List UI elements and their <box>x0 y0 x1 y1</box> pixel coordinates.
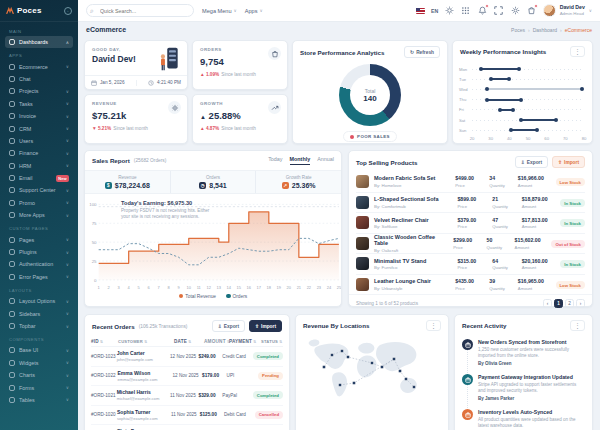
sidebar-item[interactable]: Base UI Base UI ∨ <box>5 344 73 356</box>
language-flag-icon[interactable] <box>416 8 425 14</box>
price-label: Price <box>455 183 484 188</box>
chevron-icon: ∨ <box>66 163 69 168</box>
notifications-bell-icon[interactable] <box>477 5 488 16</box>
sidebar-item[interactable]: Charts Charts ∨ <box>5 369 73 381</box>
sidebar-item[interactable]: Finance Finance ∨ <box>5 147 73 159</box>
sidebar-item[interactable]: Topbar Topbar ∨ <box>5 320 73 332</box>
export-button[interactable]: ⇩Export <box>212 320 245 332</box>
svg-text:8: 8 <box>168 285 171 290</box>
revenue-value: $75.21k <box>92 110 180 121</box>
product-row[interactable]: Minimalist TV StandBy: Furnifco $315.00P… <box>356 253 585 274</box>
stock-status-badge: Low Stock <box>556 178 586 186</box>
sidebar-item[interactable]: Sidebars Sidebars ∨ <box>5 307 73 319</box>
apps-menu[interactable]: Apps∨ <box>245 8 263 14</box>
store-performance-card: Store Performance Analytics ↻Refresh Tot… <box>292 40 448 144</box>
table-row[interactable]: #ORD-1021 Michael Harrismichael@example.… <box>91 386 283 406</box>
sidebar-item[interactable]: HRM HRM ∨ <box>5 160 73 172</box>
amount-label: Amount <box>522 265 556 270</box>
sidebar-item[interactable]: Layout Options Layout Options ∨ <box>5 295 73 307</box>
welcome-time: 4:21:40 PM <box>136 80 188 86</box>
page-button[interactable]: 1 <box>554 299 563 308</box>
activity-item[interactable]: Inventory Levels Auto-Synced All product… <box>462 406 585 430</box>
table-row[interactable]: #ORD-1022 Emma Wilsonemma@example.com 12… <box>91 367 283 387</box>
sidebar-item[interactable]: More Apps More Apps ∨ <box>5 209 73 221</box>
sidebar-item[interactable]: Forms Forms ∨ <box>5 381 73 393</box>
sidebar-item[interactable]: Widgets Widgets ∨ <box>5 357 73 369</box>
table-row[interactable]: #ORD-1023 John Carterjohn@example.com 12… <box>91 347 283 367</box>
page-button[interactable]: ‹ <box>543 299 552 308</box>
activity-item[interactable]: New Orders Synced from Storefront 1,250 … <box>462 336 585 371</box>
breadcrumb-item[interactable]: Poces <box>511 27 525 33</box>
sidebar-item[interactable]: Layouts Layouts <box>5 285 73 295</box>
product-row[interactable]: L-Shaped Sectional SofaBy: Comfortmub $8… <box>356 192 585 213</box>
sidebar-item[interactable]: Promo Promo ∨ <box>5 197 73 209</box>
sidebar-item[interactable]: Chat Chat <box>5 73 73 85</box>
page-button[interactable]: 2 <box>565 299 574 308</box>
language-code[interactable]: EN <box>431 8 438 14</box>
product-row[interactable]: Classic Wooden Coffee TableBy: Oakcraft … <box>356 233 585 254</box>
import-button[interactable]: ⇧Import <box>552 156 585 168</box>
svg-text:6: 6 <box>148 285 151 290</box>
user-role: Admin Head <box>560 11 585 16</box>
sales-tab[interactable]: Monthly <box>290 156 311 165</box>
sidebar-item[interactable]: Invoice Invoice ∨ <box>5 110 73 122</box>
sidebar-item[interactable]: Dashboards Dashboards ∧ <box>5 36 73 48</box>
activity-item[interactable]: Payment Gateway Integration Updated Stri… <box>462 371 585 406</box>
fullscreen-icon[interactable] <box>493 5 504 16</box>
export-button[interactable]: ⇩Export <box>515 156 548 168</box>
sidebar-item[interactable]: Tasks Tasks ∨ <box>5 98 73 110</box>
chevron-icon: ∨ <box>66 311 69 316</box>
store-performance-title: Store Performance Analytics <box>300 49 384 56</box>
product-row[interactable]: Leather Lounge ChairBy: Urbanstyle $435.… <box>356 274 585 295</box>
breadcrumb-item[interactable]: eCommerce <box>557 27 592 33</box>
legend-item[interactable]: Total Revenue <box>179 294 216 299</box>
product-thumbnail <box>356 216 369 229</box>
product-row[interactable]: Velvet Recliner ChairBy: Softluxe $379.0… <box>356 212 585 233</box>
sidebar-item[interactable]: Apps Apps <box>5 50 73 60</box>
sidebar-item[interactable]: Error Pages Error Pages ∨ <box>5 271 73 283</box>
table-row[interactable]: #ORD-1020 Sophia Turnersophia@example.co… <box>91 406 283 426</box>
svg-text:13: 13 <box>217 285 222 290</box>
more-apps-icon <box>9 212 15 218</box>
search-input[interactable] <box>86 4 194 17</box>
refresh-button[interactable]: ↻Refresh <box>404 46 440 58</box>
sales-tab[interactable]: Today <box>268 156 282 165</box>
settings-gear-icon[interactable] <box>510 5 521 16</box>
weekly-chart: Mon Tue Wed <box>453 60 592 135</box>
table-row[interactable]: #ORD-1019 Chris Evanschris@example.com 1… <box>91 425 283 430</box>
sidebar-item[interactable]: Ecommerce Ecommerce ∨ <box>5 60 73 72</box>
welcome-illustration <box>156 44 182 74</box>
kebab-menu-icon[interactable]: ⋮ <box>570 320 585 331</box>
import-button[interactable]: ⇧Import <box>249 320 282 332</box>
export-icon: ⇩ <box>218 324 222 329</box>
sidebar-item[interactable]: Custom Pages Custom Pages <box>5 223 73 233</box>
sidebar-item[interactable]: Email Email New <box>5 172 73 184</box>
sales-tab[interactable]: Annual <box>317 156 334 165</box>
theme-toggle-sun-icon[interactable] <box>444 5 455 16</box>
product-row[interactable]: Modern Fabric Sofa SetBy: Homelove $499.… <box>356 171 585 192</box>
sidebar-item[interactable]: Components Components <box>5 334 73 344</box>
kebab-menu-icon[interactable]: ⋮ <box>570 46 585 57</box>
sidebar-item[interactable]: Plugins Plugins ∨ <box>5 246 73 258</box>
user-menu[interactable]: David Dev Admin Head ∨ <box>543 4 592 17</box>
page-button[interactable]: › <box>576 299 585 308</box>
kebab-menu-icon[interactable]: ⋮ <box>426 320 441 331</box>
sidebar-item[interactable]: Users Users ∨ <box>5 135 73 147</box>
quantity-label: Quantity <box>492 224 516 229</box>
sidebar-item[interactable]: Authentication Authentication ∨ <box>5 258 73 270</box>
sidebar-collapse-icon[interactable]: ◦ <box>64 7 72 15</box>
chevron-icon: ∨ <box>66 385 69 390</box>
product-list: Modern Fabric Sofa SetBy: Homelove $499.… <box>349 171 592 294</box>
cart-bag-icon[interactable] <box>526 5 537 16</box>
sidebar-item[interactable]: Pages Pages ∨ <box>5 233 73 245</box>
sidebar-item[interactable]: Projects Projects ∨ <box>5 85 73 97</box>
sidebar-item[interactable]: Tables Tables ∨ <box>5 394 73 406</box>
order-status-badge: Completed <box>253 352 283 360</box>
sidebar-item[interactable]: Support Center Support Center ∨ <box>5 184 73 196</box>
sidebar-item[interactable]: Main Main <box>5 26 73 36</box>
sidebar-item[interactable]: CRM CRM ∨ <box>5 122 73 134</box>
legend-item[interactable]: Orders <box>226 294 247 299</box>
apps-grid-icon[interactable] <box>460 5 471 16</box>
breadcrumb-item[interactable]: Dashboard <box>525 27 557 33</box>
mega-menu[interactable]: Mega Menu∨ <box>202 8 237 14</box>
